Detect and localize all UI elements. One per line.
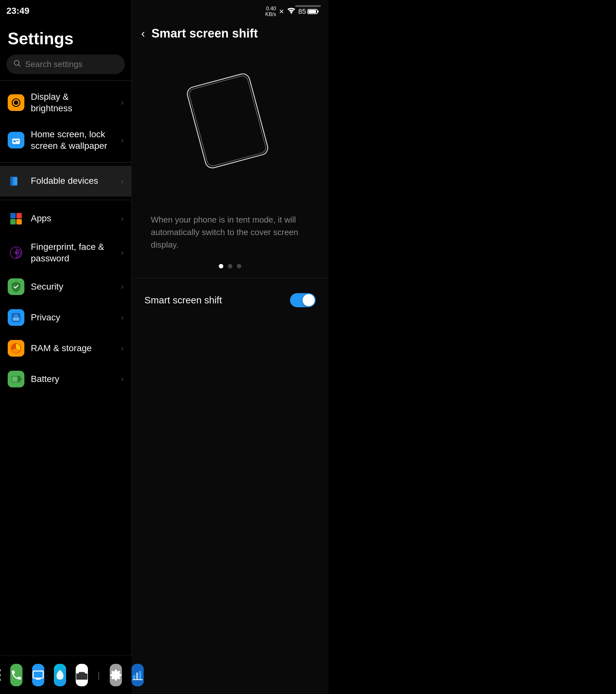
divider-2 <box>0 162 131 163</box>
status-bar-right: 0.40KB/s ✕ 85 <box>131 0 328 20</box>
svg-rect-22 <box>20 378 22 380</box>
svg-rect-5 <box>14 140 16 142</box>
privacy-icon <box>8 309 24 326</box>
time-display: 23:49 <box>6 6 30 16</box>
sidebar-item-apps[interactable]: Apps › <box>0 203 131 234</box>
content-divider <box>131 278 328 278</box>
back-button[interactable]: ‹ <box>141 27 145 40</box>
svg-line-1 <box>19 65 20 67</box>
sidebar-item-foldable[interactable]: Foldable devices › <box>0 166 131 197</box>
divider-3 <box>0 200 131 200</box>
svg-rect-13 <box>16 219 22 224</box>
home-icon <box>8 132 24 148</box>
sidebar-item-privacy-label: Privacy <box>31 312 114 323</box>
sidebar-item-ram-label: RAM & storage <box>31 343 114 354</box>
search-bar[interactable] <box>6 55 125 74</box>
sidebar-item-fingerprint-label: Fingerprint, face &password <box>31 241 114 264</box>
pagination-dot-1 <box>219 264 223 269</box>
sidebar-item-display-label: Display &brightness <box>31 91 114 114</box>
illustration-area <box>131 47 328 207</box>
dock-arc-icon[interactable] <box>54 664 66 686</box>
chevron-security-icon: › <box>121 282 124 291</box>
svg-rect-29 <box>308 10 316 13</box>
toggle-label: Smart screen shift <box>144 295 222 306</box>
svg-rect-10 <box>10 213 16 218</box>
svg-rect-9 <box>14 177 17 185</box>
security-icon <box>8 278 24 295</box>
foldable-icon <box>8 173 24 189</box>
sidebar-item-battery[interactable]: Battery › <box>0 364 131 395</box>
status-icons: 0.40KB/s ✕ 85 <box>265 6 319 17</box>
sidebar-item-home[interactable]: Home screen, lockscreen & wallpaper › <box>0 122 131 159</box>
divider-1 <box>0 80 131 81</box>
svg-rect-25 <box>136 673 138 679</box>
wifi-icon <box>287 7 296 15</box>
battery-status: 85 <box>298 7 319 16</box>
chevron-apps-icon: › <box>121 214 124 223</box>
right-panel: 0.40KB/s ✕ 85 ‹ Smart scr <box>131 0 328 694</box>
dock-camera-icon[interactable] <box>76 664 88 686</box>
svg-rect-31 <box>186 72 269 170</box>
sidebar-item-security-label: Security <box>31 281 114 292</box>
pagination-dot-3 <box>237 264 241 269</box>
dock-settings-icon[interactable] <box>110 664 122 686</box>
network-speed: 0.40KB/s <box>265 6 276 17</box>
sidebar-item-home-label: Home screen, lockscreen & wallpaper <box>31 129 114 152</box>
sidebar-item-foldable-label: Foldable devices <box>31 175 114 187</box>
chevron-ram-icon: › <box>121 344 124 353</box>
top-bar: ‹ Smart screen shift <box>131 20 328 47</box>
svg-rect-11 <box>16 213 22 218</box>
dock-screen-icon[interactable] <box>32 664 44 686</box>
sidebar-item-battery-label: Battery <box>31 373 114 385</box>
chevron-fingerprint-icon: › <box>121 248 124 257</box>
page-title: Smart screen shift <box>151 26 258 40</box>
pagination-dot-2 <box>228 264 232 269</box>
sidebar-item-privacy[interactable]: Privacy › <box>0 302 131 333</box>
chevron-display-icon: › <box>121 98 124 107</box>
description-text: When your phone is in tent mode, it will… <box>131 207 328 257</box>
apps-icon <box>8 211 24 227</box>
sidebar-item-security[interactable]: Security › <box>0 271 131 302</box>
svg-point-2 <box>14 101 18 105</box>
svg-rect-26 <box>139 671 141 679</box>
settings-title: Settings <box>0 19 131 55</box>
search-icon <box>13 59 21 70</box>
pagination-dots <box>131 257 328 275</box>
search-input[interactable] <box>25 59 119 69</box>
toggle-row: Smart screen shift <box>131 281 328 319</box>
dock-phone-icon[interactable] <box>10 664 22 686</box>
status-bar-left: 23:49 <box>0 0 131 19</box>
svg-rect-6 <box>16 140 19 142</box>
left-panel: 23:49 Settings Display &brightness › <box>0 0 131 694</box>
sidebar-item-display[interactable]: Display &brightness › <box>0 84 131 122</box>
svg-rect-23 <box>33 671 43 678</box>
smart-screen-shift-toggle[interactable] <box>290 293 316 307</box>
chevron-foldable-icon: › <box>121 177 124 186</box>
sidebar-item-ram[interactable]: RAM & storage › <box>0 333 131 364</box>
sidebar-item-fingerprint[interactable]: Fingerprint, face &password › <box>0 234 131 272</box>
dock: | <box>0 656 131 694</box>
chevron-battery-icon: › <box>121 375 124 384</box>
tent-mode-illustration <box>179 66 282 194</box>
dock-grid-button[interactable] <box>0 669 1 681</box>
svg-rect-24 <box>133 675 135 679</box>
signal-x-icon: ✕ <box>279 8 284 15</box>
fingerprint-icon <box>8 244 24 261</box>
svg-rect-12 <box>10 219 16 224</box>
battery-icon <box>8 371 24 387</box>
chevron-privacy-icon: › <box>121 313 124 322</box>
drag-handle <box>295 5 321 7</box>
display-icon <box>8 94 24 111</box>
dock-separator: | <box>97 670 100 680</box>
svg-rect-30 <box>317 11 319 13</box>
svg-rect-21 <box>12 377 17 382</box>
chevron-home-icon: › <box>121 136 124 145</box>
sidebar-item-apps-label: Apps <box>31 213 114 224</box>
dock-chart-icon[interactable] <box>131 664 144 686</box>
ram-icon <box>8 340 24 357</box>
